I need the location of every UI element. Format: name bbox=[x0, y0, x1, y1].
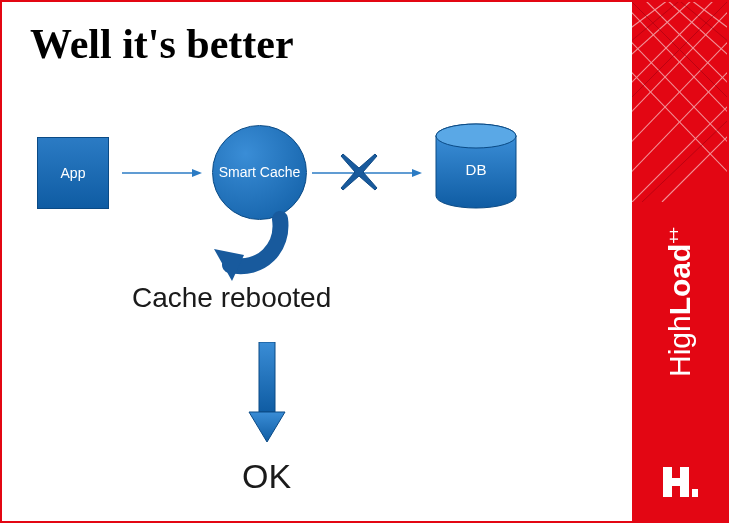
down-arrow-icon bbox=[247, 342, 287, 442]
page-title: Well it's better bbox=[30, 20, 294, 68]
brand-plus: ++ bbox=[665, 229, 682, 244]
cache-node: Smart Cache bbox=[212, 125, 307, 220]
svg-marker-3 bbox=[412, 169, 422, 177]
brand-text: HighLoad++ bbox=[663, 229, 697, 377]
arrow-app-to-cache bbox=[122, 168, 202, 178]
db-label: DB bbox=[466, 161, 487, 178]
cache-rebooted-label: Cache rebooted bbox=[132, 282, 331, 314]
app-node: App bbox=[37, 137, 109, 209]
db-label-wrap: DB bbox=[432, 122, 520, 210]
sidebar-pattern bbox=[632, 2, 727, 202]
cross-icon bbox=[337, 150, 381, 194]
slide: Well it's better App Smart Cache bbox=[0, 0, 729, 523]
cache-label: Smart Cache bbox=[219, 164, 301, 181]
sidebar: HighLoad++ bbox=[632, 2, 727, 521]
logo-mark-wrap bbox=[632, 461, 727, 507]
svg-rect-11 bbox=[680, 467, 689, 497]
brand-part2: Load bbox=[663, 244, 696, 316]
svg-marker-1 bbox=[192, 169, 202, 177]
ok-label: OK bbox=[242, 457, 291, 496]
brand-part1: High bbox=[663, 315, 696, 377]
svg-rect-12 bbox=[692, 489, 698, 497]
content-area: Well it's better App Smart Cache bbox=[2, 2, 632, 521]
reboot-arrow-icon bbox=[202, 207, 302, 287]
app-label: App bbox=[61, 165, 86, 181]
svg-marker-8 bbox=[249, 412, 285, 442]
svg-rect-7 bbox=[259, 342, 275, 412]
logo-icon bbox=[659, 461, 701, 503]
